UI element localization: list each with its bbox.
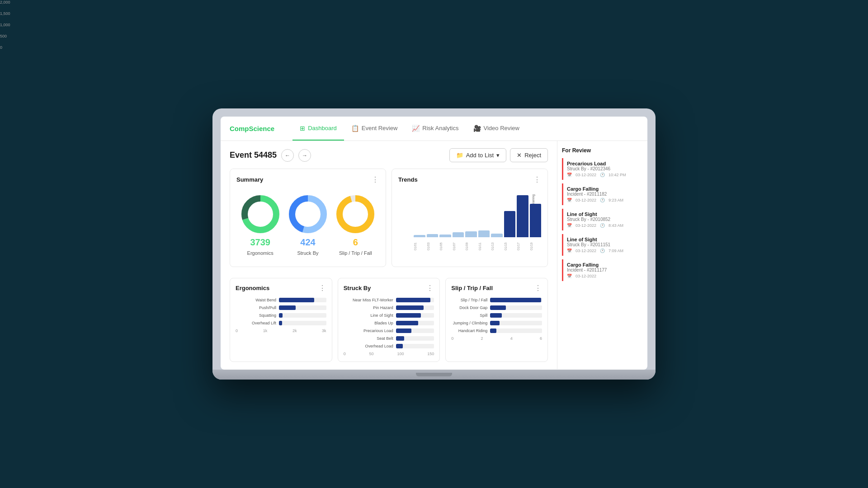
x-label-4: 01/09: [465, 240, 477, 253]
review-item-4-meta: 📅 03-12-2022: [567, 274, 639, 278]
x-label-3: 01/07: [453, 240, 464, 253]
calendar-icon-3: 📅: [567, 249, 572, 253]
review-item-1-title: Cargo Falling: [567, 186, 639, 192]
clock-icon-3: 🕐: [600, 249, 605, 253]
event-title: Event 54485: [230, 150, 277, 160]
content-area: Event 54485 ← → 📁 Add to List ▾ ✕ Reject: [221, 141, 557, 369]
spill-track: [490, 313, 542, 318]
hbar-row-overhead-lift: Overhead Lift: [236, 321, 326, 325]
event-review-icon: 📋: [351, 125, 359, 132]
top-grid: Summary ⋮ 3739: [230, 169, 548, 272]
hbar-row-dock-door-gap: Dock Door Gap: [451, 305, 542, 310]
tab-dashboard[interactable]: ⊞ Dashboard: [292, 117, 344, 141]
squatting-track: [279, 313, 326, 318]
tab-dashboard-label: Dashboard: [308, 125, 337, 131]
trend-bar-5: [478, 230, 490, 237]
review-item-0[interactable]: Precarious Load Struck By - #2012346 📅 0…: [562, 158, 643, 180]
x-label-9: 01/19: [530, 240, 542, 253]
next-arrow[interactable]: →: [298, 149, 311, 162]
trends-wrapper: 2,000 1,500 1,000 500 0: [398, 189, 541, 253]
review-item-2[interactable]: Line of Sight Struck By - #2010852 📅 03-…: [562, 209, 643, 230]
review-item-1-time: 9:23 AM: [609, 198, 623, 202]
review-item-3[interactable]: Line of Sight Struck By - #2011151 📅 03-…: [562, 234, 643, 256]
review-item-4-date: 03-12-2022: [576, 274, 596, 278]
stf-track: [490, 298, 542, 302]
dock-door-gap-label: Dock Door Gap: [451, 305, 487, 310]
trends-bars-area: Report Delivery Training 01/01 01/: [414, 189, 541, 253]
review-item-4[interactable]: Cargo Falling Incident - #2011177 📅 03-1…: [562, 259, 643, 281]
summary-donuts: 3739 Ergonomics 424: [236, 189, 379, 260]
trends-more-button[interactable]: ⋮: [533, 175, 541, 184]
reject-icon: ✕: [517, 152, 522, 159]
pin-hazard-label: Pin Hazard: [344, 305, 393, 310]
stf-x-4: 4: [510, 336, 513, 341]
stf-more-button[interactable]: ⋮: [534, 284, 542, 292]
event-header: Event 54485 ← → 📁 Add to List ▾ ✕ Reject: [230, 148, 548, 162]
stf-x-0: 0: [451, 336, 453, 341]
review-item-3-sub: Struck By - #2011151: [567, 242, 639, 247]
stf-fill: [490, 298, 541, 302]
dock-door-gap-track: [490, 305, 542, 310]
clock-icon-2: 🕐: [600, 223, 605, 228]
risk-analytics-icon: 📈: [412, 125, 420, 132]
laptop-screen: CompScience ⊞ Dashboard 📋 Event Review 📈…: [221, 117, 647, 370]
hbar-row-near-miss: Near Miss FLT-Worker: [344, 298, 434, 302]
x-label-6: 01/13: [491, 240, 503, 253]
sb-x-0: 0: [344, 352, 346, 356]
tab-risk-analytics-label: Risk Analytics: [422, 125, 458, 131]
review-item-2-meta: 📅 03-12-2022 🕐 8:43 AM: [567, 223, 639, 228]
logo-highlight: Science: [249, 125, 275, 132]
erg-x-1k: 1k: [263, 328, 268, 333]
review-item-4-sub: Incident - #2011177: [567, 267, 639, 272]
tab-video-review[interactable]: 🎥 Video Review: [466, 117, 527, 141]
ergonomics-more-button[interactable]: ⋮: [319, 284, 326, 292]
dock-door-gap-fill: [490, 305, 505, 310]
tab-event-review-label: Event Review: [362, 125, 397, 131]
hbar-row-squatting: Squatting: [236, 313, 326, 318]
struck-by-donut: 424 Struck By: [288, 194, 328, 256]
trend-bar-9: [530, 204, 542, 237]
add-to-list-button[interactable]: 📁 Add to List ▾: [449, 148, 506, 162]
struck-by-donut-svg: [288, 194, 328, 235]
ergonomics-donut-svg: [240, 194, 281, 235]
pin-hazard-track: [396, 305, 434, 310]
review-item-2-sub: Struck By - #2010852: [567, 217, 639, 222]
jumping-climbing-track: [490, 321, 542, 325]
precarious-load-track: [396, 328, 434, 333]
hbar-row-jumping-climbing: Jumping / Climbing: [451, 321, 542, 325]
summary-card-header: Summary ⋮: [236, 175, 379, 184]
clock-icon-1: 🕐: [600, 198, 605, 202]
reject-label: Reject: [524, 152, 541, 159]
clock-icon-0: 🕐: [600, 173, 605, 177]
stf-hbar-chart: Slip / Trip / Fall Dock Door Gap: [451, 298, 542, 333]
add-to-list-label: Add to List: [466, 152, 494, 159]
hbar-row-overhead-load: Overhead Load: [344, 344, 434, 348]
tab-risk-analytics[interactable]: 📈 Risk Analytics: [405, 117, 466, 141]
trend-bar-2: [439, 235, 451, 237]
reject-button[interactable]: ✕ Reject: [510, 148, 548, 162]
erg-x-0: 0: [236, 328, 238, 333]
struck-by-more-button[interactable]: ⋮: [426, 284, 434, 292]
prev-arrow[interactable]: ←: [281, 149, 294, 162]
svg-point-7: [340, 198, 371, 230]
ergonomics-donut: 3739 Ergonomics: [240, 194, 281, 256]
trends-card: Trends ⋮ 2,000 1,500 1,000 500 0: [392, 169, 548, 267]
ergonomics-chart-card: Ergonomics ⋮ Waist Bend Push/P: [230, 278, 332, 362]
summary-card: Summary ⋮ 3739: [230, 169, 386, 267]
logo-text: Comp: [230, 125, 249, 132]
dropdown-arrow-icon: ▾: [496, 152, 500, 159]
slip-trip-fall-value: 6: [353, 237, 358, 248]
push-pull-fill: [279, 305, 296, 310]
overhead-lift-fill: [279, 321, 282, 325]
review-item-1[interactable]: Cargo Falling Incident - #2011182 📅 03-1…: [562, 183, 643, 205]
review-item-1-meta: 📅 03-12-2022 🕐 9:23 AM: [567, 198, 639, 202]
ergonomics-x-axis: 0 1k 2k 3k: [236, 328, 326, 333]
tab-event-review[interactable]: 📋 Event Review: [344, 117, 405, 141]
main-area: Event 54485 ← → 📁 Add to List ▾ ✕ Reject: [221, 141, 647, 369]
nav-bar: CompScience ⊞ Dashboard 📋 Event Review 📈…: [221, 117, 647, 141]
calendar-icon-2: 📅: [567, 223, 572, 228]
jumping-climbing-label: Jumping / Climbing: [451, 321, 487, 325]
summary-more-button[interactable]: ⋮: [372, 175, 379, 184]
hbar-row-line-of-sight: Line of Sight: [344, 313, 434, 318]
overhead-lift-label: Overhead Lift: [236, 321, 276, 325]
